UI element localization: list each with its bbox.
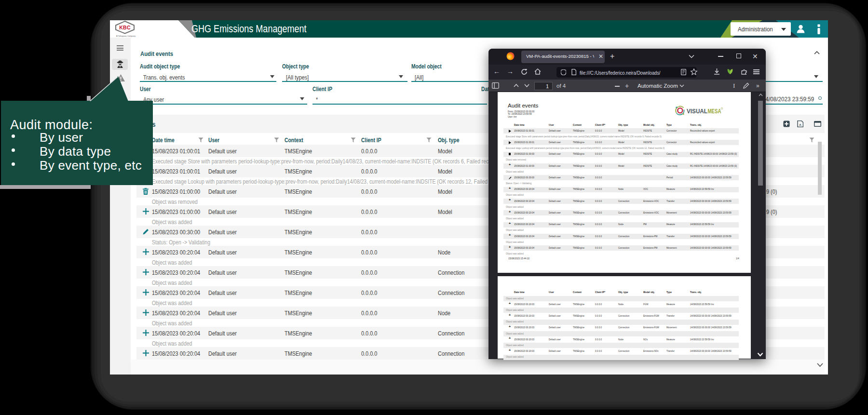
svg-text:VISUAL: VISUAL	[687, 108, 707, 115]
svg-text:A: A	[799, 123, 801, 126]
svg-text:KBC: KBC	[119, 25, 131, 30]
svg-text:MESA: MESA	[708, 108, 721, 115]
svg-text:A Yokogawa Company: A Yokogawa Company	[116, 35, 136, 37]
